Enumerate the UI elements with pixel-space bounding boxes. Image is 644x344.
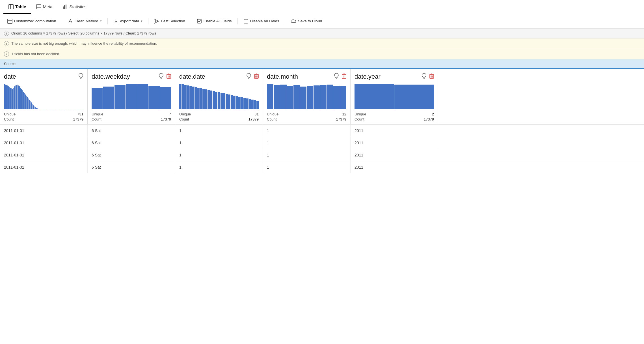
- disable-all-fields-icon: [243, 19, 248, 24]
- data-cell-0-3: 1: [263, 125, 351, 137]
- col-header-date: dateUnique731Count17379: [0, 69, 88, 124]
- warning-bar-1: i The sample size is not big enough, whi…: [0, 38, 644, 49]
- separator-5: [237, 18, 238, 24]
- info-bar-text: Origin: 16 columns × 17379 rows / Select…: [11, 31, 156, 35]
- table-row: 2011-01-016 Sat112011: [0, 137, 644, 149]
- data-cell-2-2: 1: [175, 149, 263, 161]
- table-row: 2011-01-016 Sat112011: [0, 161, 644, 173]
- bar-chart-date.year: [355, 84, 434, 109]
- bar-chart-date.month: [267, 84, 346, 109]
- export-data-chevron: ▾: [141, 19, 142, 23]
- data-cell-0-0: 2011-01-01: [0, 125, 88, 137]
- col-stats-date: Unique731Count17379: [4, 112, 83, 121]
- bulb-icon-date.date[interactable]: [246, 73, 251, 80]
- export-data-button[interactable]: export data ▾: [110, 17, 146, 25]
- data-cell-3-3: 1: [263, 161, 351, 173]
- data-cell-2-4: 2011: [351, 149, 438, 161]
- svg-rect-9: [8, 19, 12, 23]
- col-name-date.weekday: date.weekday: [92, 73, 130, 80]
- svg-rect-16: [197, 19, 201, 23]
- source-row: Source: [0, 59, 644, 69]
- table-row: 2011-01-016 Sat112011: [0, 149, 644, 161]
- statistics-icon: [62, 4, 68, 9]
- col-stats-date.month: Unique12Count17379: [267, 112, 346, 121]
- col-header-date.month: date.monthUnique12Count17379: [263, 69, 351, 124]
- svg-rect-6: [63, 7, 64, 9]
- svg-rect-7: [64, 5, 65, 9]
- table-row: 2011-01-016 Sat112011: [0, 124, 644, 137]
- col-stats-date.weekday: Unique7Count17379: [92, 112, 171, 121]
- separator-3: [148, 18, 148, 24]
- bulb-icon-date.month[interactable]: [334, 73, 339, 80]
- toolbar: Customized computation Clean Method ▾ ex…: [0, 14, 644, 29]
- data-cell-1-0: 2011-01-01: [0, 137, 88, 149]
- svg-rect-17: [244, 19, 248, 23]
- warning-text-1: The sample size is not big enough, which…: [11, 41, 157, 46]
- enable-all-fields-label: Enable All Fields: [204, 19, 232, 23]
- separator-6: [285, 18, 285, 24]
- data-cell-3-4: 2011: [351, 161, 438, 173]
- separator-4: [191, 18, 191, 24]
- bulb-icon-date.weekday[interactable]: [159, 73, 164, 80]
- disable-all-fields-label: Disable All Fields: [250, 19, 279, 23]
- data-cell-1-2: 1: [175, 137, 263, 149]
- enable-all-fields-button[interactable]: Enable All Fields: [193, 17, 235, 25]
- customized-computation-button[interactable]: Customized computation: [4, 17, 60, 25]
- export-data-label: export data: [120, 19, 139, 23]
- data-cell-2-1: 6 Sat: [88, 149, 175, 161]
- separator-2: [107, 18, 108, 24]
- warning-bar-2: i 1 fields has not been decided.: [0, 49, 644, 59]
- data-cell-1-1: 6 Sat: [88, 137, 175, 149]
- col-name-date.year: date.year: [355, 73, 381, 80]
- enable-all-fields-icon: [197, 19, 202, 24]
- trash-icon-date.weekday[interactable]: [167, 74, 171, 80]
- data-cell-0-1: 6 Sat: [88, 125, 175, 137]
- bulb-icon-date.year[interactable]: [422, 73, 427, 80]
- svg-rect-0: [9, 5, 13, 9]
- data-cell-1-4: 2011: [351, 137, 438, 149]
- data-cell-2-0: 2011-01-01: [0, 149, 88, 161]
- data-cell-1-3: 1: [263, 137, 351, 149]
- warning-icon-1: i: [4, 41, 9, 46]
- clean-method-button[interactable]: Clean Method ▾: [64, 17, 105, 25]
- info-bar: i Origin: 16 columns × 17379 rows / Sele…: [0, 29, 644, 38]
- warning-text-2: 1 fields has not been decided.: [11, 52, 60, 56]
- data-cell-0-4: 2011: [351, 125, 438, 137]
- col-header-date.year: date.yearUnique2Count17379: [351, 69, 438, 124]
- export-data-icon: [113, 19, 118, 24]
- columns-area: dateUnique731Count17379date.weekdayUniqu…: [0, 69, 644, 124]
- svg-rect-3: [36, 5, 41, 9]
- tab-table-label: Table: [15, 4, 26, 9]
- trash-icon-date.month[interactable]: [342, 74, 346, 80]
- tab-table[interactable]: Table: [3, 0, 31, 14]
- separator-1: [62, 18, 62, 24]
- clean-method-icon: [68, 19, 73, 24]
- save-to-cloud-button[interactable]: Save to Cloud: [287, 17, 325, 25]
- source-label: Source: [0, 59, 88, 68]
- save-to-cloud-icon: [291, 19, 296, 24]
- clean-method-label: Clean Method: [75, 19, 98, 23]
- col-header-date.weekday: date.weekdayUnique7Count17379: [88, 69, 175, 124]
- clean-method-chevron: ▾: [100, 19, 102, 23]
- tab-meta[interactable]: Meta: [31, 0, 57, 14]
- col-header-date.date: date.dateUnique31Count17379: [175, 69, 263, 124]
- warning-icon-2: i: [4, 51, 9, 57]
- bar-chart-date.date: [179, 84, 259, 109]
- fast-selection-button[interactable]: Fast Selection: [151, 17, 189, 25]
- tab-meta-label: Meta: [43, 4, 52, 9]
- trash-icon-date.date[interactable]: [254, 74, 259, 80]
- bar-chart-date: [4, 84, 83, 109]
- trash-icon-date.year[interactable]: [429, 74, 434, 80]
- meta-icon: [36, 4, 41, 9]
- disable-all-fields-button[interactable]: Disable All Fields: [240, 17, 283, 25]
- table-icon: [8, 4, 14, 9]
- data-cell-3-1: 6 Sat: [88, 161, 175, 173]
- col-name-date.date: date.date: [179, 73, 205, 80]
- data-cell-0-2: 1: [175, 125, 263, 137]
- bar-chart-date.weekday: [92, 84, 171, 109]
- customized-computation-label: Customized computation: [14, 19, 56, 23]
- customized-computation-icon: [7, 19, 12, 24]
- data-cell-2-3: 1: [263, 149, 351, 161]
- tab-statistics[interactable]: Statistics: [57, 0, 91, 14]
- col-name-date: date: [4, 73, 16, 80]
